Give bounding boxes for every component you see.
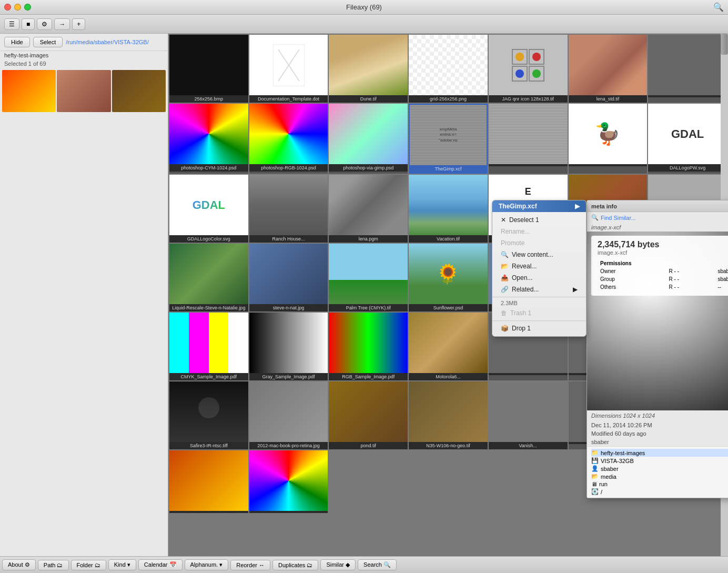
search-button[interactable]: Search 🔍 [358,559,397,570]
thumbnail [249,450,328,511]
context-menu-reveal[interactable]: 📂 Reveal... [492,260,586,272]
list-item[interactable]: photoshop-RGB-1024.psd [249,104,328,174]
context-menu-title-text: TheGimp.xcf [499,203,537,210]
thumb-item[interactable] [112,70,166,112]
select-button[interactable]: Select [33,37,63,47]
list-item[interactable]: Palm Tree (CMYK).tif [329,244,408,311]
list-item[interactable]: N35-W106-no-geo.tif [409,381,488,449]
list-item[interactable]: photoshop-via-gimp.psd [329,104,408,174]
find-similar-label[interactable]: Find Similar... [601,215,636,221]
tree-item-run[interactable]: 🖥 run [591,480,728,488]
tree-item-media[interactable]: 📂 media [591,473,728,480]
tree-label: hefty-test-images [601,450,645,456]
duplicates-button[interactable]: Duplicates 🗂 [272,560,318,570]
path-button[interactable]: Path 🗂 [38,560,69,570]
list-item[interactable]: CMYK_Sample_Image.pdf [169,313,248,380]
list-item[interactable]: Dune.tif [329,35,408,103]
list-item[interactable]: Vanish... [489,381,568,449]
list-item[interactable]: GDAL DALLogoPW.svg [648,104,727,174]
window-controls[interactable] [4,4,31,11]
meta-dimensions: Dimensions 1024 x 1024 [587,410,728,421]
list-item[interactable]: 🌻 Sunflower.psd [409,244,488,311]
thumbnail [409,175,488,235]
settings-button[interactable]: ⚙ [37,18,52,30]
context-menu-related[interactable]: 🔗 Related... ▶ [492,284,586,295]
alphanum-button[interactable]: Alphanum. ▾ [185,559,229,570]
context-menu-deselect[interactable]: ✕ Deselect 1 [492,214,586,226]
context-menu-drop[interactable]: 📦 Drop 1 [492,323,586,334]
thumb-item[interactable] [57,70,110,112]
list-item[interactable]: JAG qnr icon 128x128.tif [489,35,568,103]
file-label: Liquid-Rescale-Steve-n-Natalie.jpg [169,304,248,311]
calendar-button[interactable]: Calendar 📅 [138,559,183,570]
tree-item-vista[interactable]: 💾 VISTA-32GB [591,457,728,465]
reorder-button[interactable]: Reorder ↔ [230,560,270,570]
add-icon: + [77,21,80,28]
list-item[interactable]: lena.pgm [329,175,408,243]
list-item[interactable] [249,450,328,513]
kind-button[interactable]: Kind ▾ [108,559,136,570]
left-panel: Hide Select /run/media/sbaber/VISTA-32GB… [0,34,168,556]
thumbnail [569,35,648,95]
thumbnail: 🦆 [569,104,648,164]
thumbnail [409,35,488,95]
list-item[interactable]: Ranch House... [249,175,328,243]
list-item[interactable] [648,35,727,103]
thumbnail [329,175,408,235]
list-item[interactable]: Documentation_Template.dot [249,35,328,103]
context-menu-open[interactable]: 📤 Open... [492,272,586,284]
about-button[interactable]: About ⚙ [2,559,36,570]
forward-button[interactable]: → [54,18,70,30]
file-label: TheGimp.xcf [410,165,487,173]
image-grid-area[interactable]: 256x256.bmp Documentation_Template.dot D… [168,34,728,556]
list-item[interactable]: steve-n-nat.jpg [249,244,328,311]
list-item[interactable]: pond.tif [329,381,408,449]
thumb-item[interactable] [2,70,56,112]
list-item[interactable]: Vacation.tif [409,175,488,243]
minimize-button[interactable] [14,4,21,11]
context-menu-view[interactable]: 🔍 View content... [492,249,586,260]
list-item[interactable]: photoshop-CYM-1024.psd [169,104,248,174]
meta-preview: 2,345,714 bytes image.x-xcf Permissions … [587,232,728,410]
file-label [489,373,568,375]
list-item[interactable]: Gray_Sample_Image.pdf [249,313,328,380]
thumbnail: GDAL [169,175,248,235]
hide-button[interactable]: Hide [4,37,30,47]
list-item[interactable]: grid-256x256.png [409,35,488,103]
list-item[interactable]: lena_std.tif [569,35,648,103]
list-item[interactable]: Motorola6... [409,313,488,380]
list-item[interactable]: xmpMeta xmlns:x= "adobe:ns TheGimp.xcf [409,104,488,174]
meta-file-label: image.x-xcf [598,249,728,256]
thumbnail: 🌻 [409,244,488,304]
context-menu-trash: 🗑 Trash 1 [492,307,586,319]
tree-item-root[interactable]: 💽 / [591,488,728,496]
list-item[interactable]: RGB_Sample_Image.pdf [329,313,408,380]
folder-button[interactable]: Folder 🗂 [71,560,106,570]
folder-label: hefty-test-images [0,51,168,59]
menu-icon: ☰ [9,21,15,28]
file-label: DALLogoPW.svg [648,164,727,172]
list-item[interactable]: GDAL GDALLogoColor.svg [169,175,248,243]
owner-perms: R - - [668,268,715,275]
stop-button[interactable]: ■ [22,18,35,30]
context-menu-title: TheGimp.xcf ▶ [492,200,586,212]
scrollbar-thumb[interactable] [721,34,728,55]
list-item[interactable]: 🦆 [569,104,648,174]
list-item[interactable]: Safire3-IR-ntsc.tiff [169,381,248,449]
add-button[interactable]: + [72,18,85,30]
similar-button[interactable]: Similar ◆ [320,559,356,570]
close-button[interactable] [4,4,11,11]
related-icon: 🔗 [501,286,509,293]
maximize-button[interactable] [24,4,31,11]
list-item[interactable]: Liquid-Rescale-Steve-n-Natalie.jpg [169,244,248,311]
list-item[interactable]: 256x256.bmp [169,35,248,103]
tree-item-sbaber[interactable]: 👤 sbaber [591,465,728,473]
tree-item-hefty[interactable]: 📁 hefty-test-images [591,449,728,457]
titlebar-search-icon[interactable]: 🔍 [713,2,724,12]
thumbnail [329,35,408,95]
thumbnail [249,313,328,373]
menu-button[interactable]: ☰ [4,18,19,30]
list-item[interactable] [169,450,248,513]
list-item[interactable]: 2012-mac-book-pro-retina.jpg [249,381,328,449]
list-item[interactable] [489,104,568,174]
